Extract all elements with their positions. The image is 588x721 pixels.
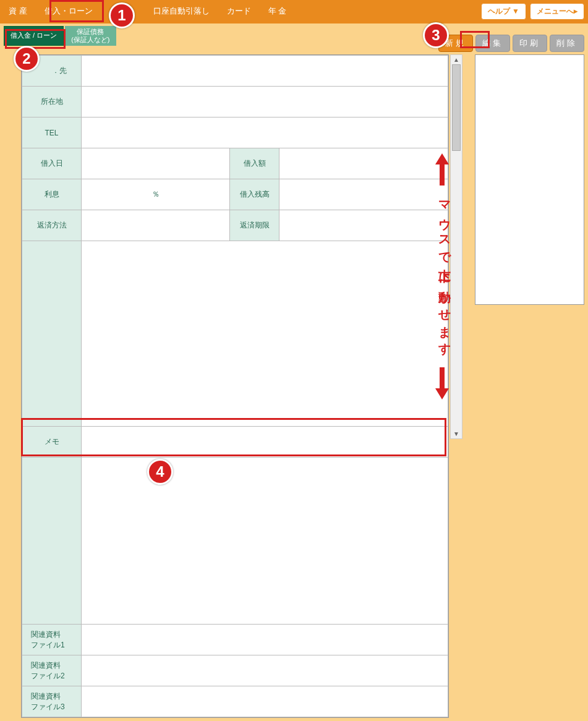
svg-marker-1 (435, 367, 449, 399)
scroll-down-icon[interactable]: ▼ (453, 429, 459, 438)
delete-button[interactable]: 削除 (550, 35, 584, 52)
label-memo: メモ (22, 427, 82, 458)
label-blank-area (22, 241, 82, 427)
field-memo[interactable] (82, 427, 448, 458)
field-borrow-amount[interactable] (279, 148, 448, 179)
field-address[interactable] (82, 87, 448, 117)
field-lender[interactable] (82, 56, 448, 87)
label-borrow-amount: 借入額 (230, 148, 279, 179)
field-file1[interactable] (82, 625, 448, 655)
field-tel[interactable] (82, 117, 448, 148)
label-repay-method: 返済方法 (22, 210, 82, 241)
field-file2[interactable] (82, 655, 448, 686)
field-borrow-date[interactable] (82, 148, 230, 179)
sub-bar: 借入金 / ローン 保証債務(保証人など) 新規 編集 印刷 削除 (0, 23, 588, 54)
field-repay-due[interactable] (279, 210, 448, 241)
anno-circle-2: 2 (14, 46, 40, 72)
anno-circle-1: 1 (109, 2, 135, 28)
top-nav: 資 産 借入・ローン 口座自動引落し カード 年 金 ヘルプ ▼ メニューへ▸ (0, 0, 588, 23)
label-file1: 関連資料ファイル1 (22, 625, 82, 655)
arrow-down-icon (435, 367, 449, 404)
label-repay-due: 返済期限 (230, 210, 279, 241)
nav-pension[interactable]: 年 金 (260, 0, 296, 23)
list-panel (475, 54, 584, 305)
subtab-loan[interactable]: 借入金 / ローン (4, 26, 64, 46)
arrow-up-icon (435, 153, 449, 190)
label-address: 所在地 (22, 87, 82, 117)
nav-auto-debit[interactable]: 口座自動引落し (145, 0, 218, 23)
label-interest: 利息 (22, 179, 82, 210)
label-file3: 関連資料ファイル3 (22, 686, 82, 717)
field-file3[interactable] (82, 686, 448, 717)
edit-button[interactable]: 編集 (475, 35, 510, 52)
label-blank-area-2 (22, 458, 82, 625)
help-button[interactable]: ヘルプ ▼ (481, 3, 526, 20)
menu-button[interactable]: メニューへ▸ (530, 3, 584, 20)
subtab-guarantee[interactable]: 保証債務(保証人など) (65, 26, 116, 46)
field-balance[interactable] (279, 179, 448, 210)
nav-card[interactable]: カード (218, 0, 260, 23)
nav-assets[interactable]: 資 産 (0, 0, 36, 23)
scroll-up-icon[interactable]: ▲ (453, 55, 459, 64)
field-repay-method[interactable] (82, 210, 230, 241)
label-balance: 借入残高 (230, 179, 279, 210)
label-file2: 関連資料ファイル2 (22, 655, 82, 686)
form-panel: 借入．先 所在地 TEL 借入日 借入額 利息 (21, 54, 449, 718)
field-interest[interactable]: ％ (82, 179, 230, 210)
label-borrow-date: 借入日 (22, 148, 82, 179)
nav-loans[interactable]: 借入・ローン (36, 0, 101, 23)
content: 借入．先 所在地 TEL 借入日 借入額 利息 (0, 54, 588, 721)
svg-marker-0 (435, 153, 449, 186)
field-blank-area-2[interactable] (82, 458, 448, 625)
label-tel: TEL (22, 117, 82, 148)
anno-circle-4: 4 (147, 459, 173, 485)
scroll-hint-text: マウスで上下に動かせます (437, 193, 453, 351)
print-button[interactable]: 印刷 (513, 35, 547, 52)
scroll-thumb[interactable] (452, 64, 461, 151)
form-table: 借入．先 所在地 TEL 借入日 借入額 利息 (22, 55, 448, 717)
field-blank-area[interactable] (82, 241, 448, 427)
anno-circle-3: 3 (423, 22, 449, 48)
